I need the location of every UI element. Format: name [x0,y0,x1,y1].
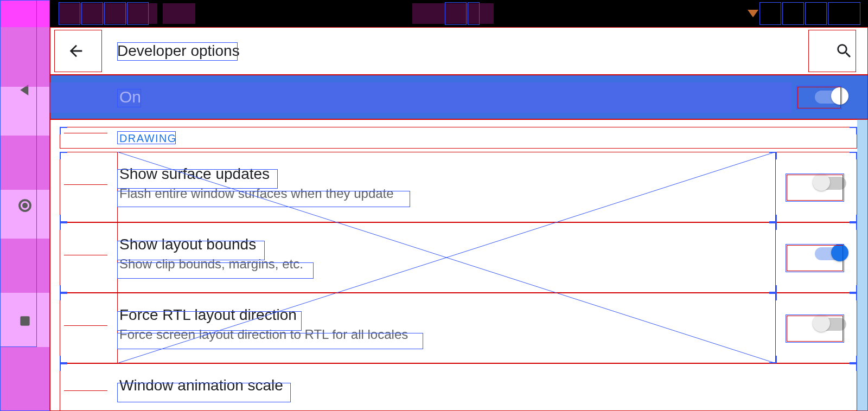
master-toggle-label: On [119,88,815,106]
nav-recents-button[interactable] [14,310,36,332]
switch-thumb [831,244,848,261]
back-button[interactable] [50,27,102,75]
switch-thumb [813,174,830,191]
nav-back-button[interactable] [14,79,36,101]
setting-summary: Flash entire window surfaces when they u… [119,185,776,202]
setting-summary: Force screen layout direction to RTL for… [119,326,776,343]
setting-title: Window animation scale [119,376,825,395]
setting-window-animation-scale[interactable]: Window animation scale [50,359,868,397]
search-button[interactable] [820,27,868,75]
section-header-drawing: Drawing [50,119,868,148]
setting-summary: Show clip bounds, margins, etc. [119,255,776,273]
switch-thumb [831,87,848,105]
svg-point-1 [22,203,28,208]
circle-icon [17,197,33,214]
developer-options-master-toggle[interactable]: On [50,75,868,119]
app-bar: Developer options [50,27,868,75]
settings-list[interactable]: Drawing Show surface updates Flash entir… [50,119,868,411]
status-bar [50,0,868,27]
setting-switch[interactable] [815,177,846,190]
system-navigation-bar [0,0,50,411]
square-icon [18,314,32,328]
switch-thumb [813,314,830,332]
setting-force-rtl[interactable]: Force RTL layout direction Force screen … [50,289,868,359]
setting-title: Show layout bounds [119,235,776,254]
setting-title: Force RTL layout direction [119,305,776,325]
master-toggle-switch[interactable] [815,91,846,104]
nav-home-button[interactable] [14,195,36,216]
search-icon [835,42,853,60]
setting-switch[interactable] [815,247,846,260]
setting-title: Show surface updates [119,164,776,184]
page-title: Developer options [102,42,820,60]
arrow-left-icon [67,42,85,60]
setting-show-layout-bounds[interactable]: Show layout bounds Show clip bounds, mar… [50,219,868,289]
svg-rect-2 [20,316,29,325]
setting-switch[interactable] [815,318,846,331]
setting-show-surface-updates[interactable]: Show surface updates Flash entire window… [50,148,868,219]
triangle-left-icon [17,82,33,98]
